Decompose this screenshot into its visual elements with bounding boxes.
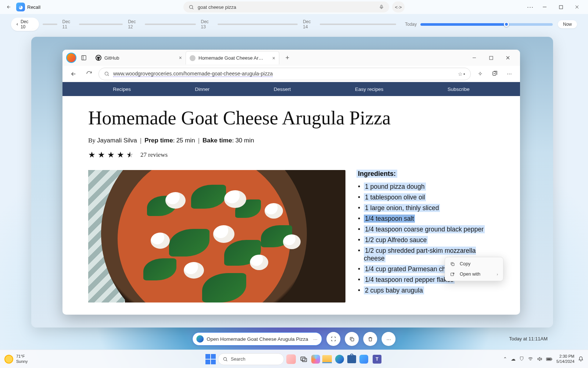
star-icon: ★ — [88, 150, 96, 160]
taskbar-clock[interactable]: 2:30 PM 5/14/2024 — [556, 354, 574, 364]
review-count[interactable]: 27 reviews — [140, 151, 168, 159]
favorites-icon[interactable]: ✧ — [474, 68, 485, 79]
ingredient-item[interactable]: 1/4 teaspoon coarse ground black pepper — [356, 224, 494, 235]
start-button[interactable] — [205, 354, 216, 364]
browser-window: GitHub × Homemade Goat Cheese Arugula Pi… — [62, 50, 520, 315]
context-copy[interactable]: Copy — [445, 259, 503, 269]
timeline-date[interactable]: Dec 14 — [303, 19, 317, 29]
explorer-icon[interactable] — [322, 355, 332, 363]
profile-avatar[interactable] — [66, 53, 76, 63]
more-actions-button[interactable]: ··· — [382, 332, 396, 346]
tray-chevron-icon[interactable]: ⌃ — [503, 356, 507, 362]
tab-close-icon[interactable]: × — [272, 55, 275, 61]
new-tab-button[interactable]: + — [282, 52, 293, 64]
star-icon: ★ — [98, 150, 105, 160]
recall-app-icon: ◕ — [16, 3, 25, 11]
star-rating[interactable]: ★ ★ ★ ★ ★★ — [88, 150, 134, 160]
nav-link[interactable]: Dessert — [274, 86, 291, 92]
store-icon[interactable] — [347, 355, 356, 363]
timeline-thumb[interactable] — [504, 22, 509, 27]
more-icon[interactable]: ··· — [527, 3, 534, 11]
search-icon — [104, 71, 110, 77]
notifications-icon[interactable] — [578, 356, 584, 362]
edge-icon[interactable] — [334, 354, 345, 365]
tray-security-icon[interactable]: ⛉ — [519, 356, 524, 362]
close-button[interactable] — [570, 2, 584, 12]
tab-title: GitHub — [104, 55, 119, 61]
minimize-button[interactable] — [537, 2, 552, 12]
open-dropdown-icon[interactable]: ··· — [313, 336, 317, 342]
recall-search-box[interactable]: goat cheese pizza — [183, 1, 389, 13]
back-button[interactable] — [4, 2, 14, 12]
site-navigation: Recipes Dinner Dessert Easy recipes Subs… — [62, 82, 520, 96]
ingredient-item[interactable]: 1 tablespoon olive oil — [356, 192, 494, 203]
ingredients-section: Ingredients: 1 pound pizza dough 1 table… — [356, 170, 494, 302]
timeline-date[interactable]: Dec 11 — [62, 19, 76, 29]
browser-refresh-button[interactable] — [83, 68, 95, 80]
browser-maximize-button[interactable] — [483, 51, 499, 64]
collections-icon[interactable] — [489, 68, 500, 79]
snapshot-timestamp: Today at 11:11AM — [509, 336, 548, 342]
browser-menu-icon[interactable]: ··· — [504, 68, 515, 79]
ingredient-item-selected[interactable]: 1/4 teaspoon salt — [356, 213, 494, 224]
open-snapshot-button[interactable]: Open Homemade Goat Cheese Arugula Pizza … — [192, 332, 322, 346]
star-icon: ★ — [117, 150, 124, 160]
nav-link[interactable]: Dinner — [195, 86, 210, 92]
timeline-start-pill[interactable]: Dec 10 — [11, 18, 39, 31]
browser-address-bar: www.woodgrovegroceries.com/homemade-goat… — [62, 66, 520, 82]
tab-close-icon[interactable]: × — [179, 55, 182, 61]
browser-close-button[interactable] — [499, 51, 516, 64]
browser-minimize-button[interactable] — [466, 51, 483, 64]
nav-link[interactable]: Recipes — [113, 86, 131, 92]
maximize-button[interactable] — [553, 2, 568, 12]
timeline-today-track[interactable] — [420, 23, 553, 26]
favorite-badge-icon[interactable]: ☆● — [458, 71, 465, 77]
ingredient-item[interactable]: 1 pound pizza dough — [356, 181, 494, 192]
taskbar-weather[interactable]: 71°FSunny — [4, 354, 28, 364]
text-select-button[interactable] — [327, 332, 341, 346]
nav-link[interactable]: Subscribe — [448, 86, 470, 92]
context-menu: Copy Open with › — [445, 257, 503, 281]
timeline-now-button[interactable]: Now — [558, 20, 577, 28]
page-favicon — [190, 55, 196, 61]
svg-rect-14 — [301, 357, 305, 360]
svg-rect-4 — [82, 56, 86, 60]
tray-wifi-icon[interactable] — [528, 356, 533, 362]
recall-taskbar-icon[interactable] — [358, 354, 369, 365]
svg-rect-3 — [559, 6, 563, 9]
taskbar-app-icon[interactable] — [286, 354, 296, 364]
taskview-icon[interactable] — [298, 354, 309, 365]
ingredient-item[interactable]: 1/2 cup Alfredo sauce — [356, 235, 494, 245]
recall-app-title: Recall — [27, 4, 40, 10]
nav-link[interactable]: Easy recipes — [355, 86, 383, 92]
url-text: www.woodgrovegroceries.com/homemade-goat… — [113, 71, 273, 77]
search-icon — [223, 357, 228, 362]
tray-onedrive-icon[interactable]: ☁ — [511, 356, 516, 362]
delete-snapshot-button[interactable] — [363, 332, 377, 346]
ingredients-header: Ingredients: — [356, 170, 397, 178]
ingredient-item[interactable]: 2 cups baby arugula — [356, 285, 494, 296]
url-input[interactable]: www.woodgrovegroceries.com/homemade-goat… — [98, 68, 471, 80]
timeline-date[interactable]: Dec 12 — [128, 19, 142, 29]
recipe-page: Homemade Goat Cheese Arugula Pizza By Ja… — [62, 96, 520, 315]
browser-tab-active[interactable]: Homemade Goat Cheese Arugula Pizz × — [186, 51, 279, 64]
recipe-byline: By Jayamali Silva | Prep time: 25 min | … — [88, 137, 494, 144]
timeline-date[interactable]: Dec 13 — [201, 19, 215, 29]
copy-snapshot-button[interactable] — [345, 332, 359, 346]
recall-timeline: Dec 10 Dec 11 Dec 12 Dec 13 Dec 14 Today… — [0, 17, 588, 32]
browser-back-button[interactable] — [68, 68, 79, 80]
svg-rect-12 — [351, 338, 354, 341]
copilot-icon[interactable] — [311, 355, 320, 364]
context-open-with[interactable]: Open with › — [445, 269, 503, 279]
tray-volume-icon[interactable] — [537, 356, 542, 362]
github-icon — [96, 55, 101, 61]
dev-button[interactable]: <·> — [392, 1, 405, 13]
mic-icon[interactable] — [379, 4, 384, 10]
taskbar-search[interactable]: Search — [218, 353, 284, 365]
teams-icon[interactable]: T — [372, 354, 383, 365]
ingredient-item[interactable]: 1 large onion, thinly sliced — [356, 203, 494, 213]
svg-rect-1 — [381, 5, 382, 8]
workspaces-icon[interactable] — [79, 53, 89, 63]
tray-battery-icon[interactable] — [546, 357, 553, 361]
browser-tab[interactable]: GitHub × — [92, 51, 186, 64]
